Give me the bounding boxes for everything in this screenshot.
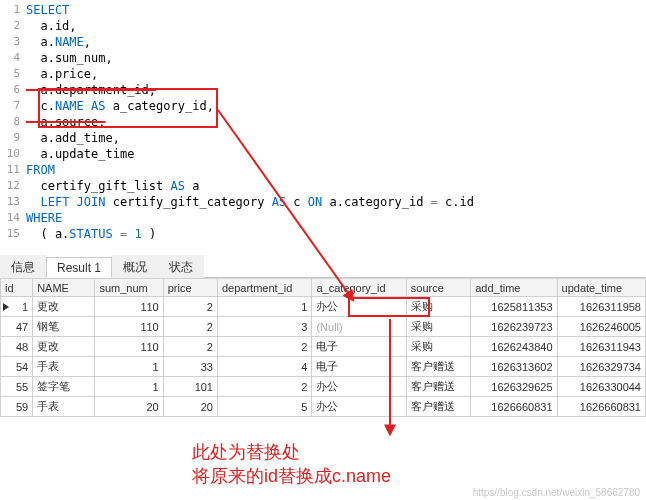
cell[interactable]: 101: [163, 377, 217, 397]
line-number: 4: [0, 50, 20, 66]
cell[interactable]: 33: [163, 357, 217, 377]
cell[interactable]: 110: [95, 337, 163, 357]
cell[interactable]: 签字笔: [33, 377, 95, 397]
table-row[interactable]: 47钢笔11023(Null)采购16262397231626246005: [1, 317, 646, 337]
cell[interactable]: 20: [95, 397, 163, 417]
cell[interactable]: 1: [95, 377, 163, 397]
cell[interactable]: 1: [1, 297, 33, 317]
cell[interactable]: 2: [217, 337, 311, 357]
code-line[interactable]: a.id,: [26, 18, 474, 34]
cell[interactable]: 1626246005: [557, 317, 645, 337]
code-line[interactable]: a.sum_num,: [26, 50, 474, 66]
cell[interactable]: 54: [1, 357, 33, 377]
cell[interactable]: 1625811353: [471, 297, 557, 317]
cell[interactable]: 1626313602: [471, 357, 557, 377]
cell[interactable]: 2: [217, 377, 311, 397]
cell[interactable]: 电子: [312, 357, 406, 377]
code-line[interactable]: WHERE: [26, 210, 474, 226]
cell[interactable]: 110: [95, 317, 163, 337]
cell[interactable]: 2: [163, 297, 217, 317]
cell[interactable]: 电子: [312, 337, 406, 357]
tab-概况[interactable]: 概况: [112, 255, 158, 278]
tab-信息[interactable]: 信息: [0, 255, 46, 278]
cell[interactable]: 110: [95, 297, 163, 317]
cell[interactable]: 47: [1, 317, 33, 337]
column-header-NAME[interactable]: NAME: [33, 279, 95, 297]
code-line[interactable]: a.update_time: [26, 146, 474, 162]
cell[interactable]: 1626329625: [471, 377, 557, 397]
line-number: 11: [0, 162, 20, 178]
cell[interactable]: (Null): [312, 317, 406, 337]
line-number: 1: [0, 2, 20, 18]
column-header-price[interactable]: price: [163, 279, 217, 297]
cell[interactable]: 采购: [406, 297, 470, 317]
column-header-add_time[interactable]: add_time: [471, 279, 557, 297]
code-line[interactable]: LEFT JOIN certify_gift_category AS c ON …: [26, 194, 474, 210]
cell[interactable]: 更改: [33, 337, 95, 357]
cell[interactable]: 1626660831: [557, 397, 645, 417]
cell[interactable]: 1626329734: [557, 357, 645, 377]
code-line[interactable]: a.NAME,: [26, 34, 474, 50]
cell[interactable]: 48: [1, 337, 33, 357]
line-number: 7: [0, 98, 20, 114]
cell[interactable]: 1626311958: [557, 297, 645, 317]
code-line[interactable]: SELECT: [26, 2, 474, 18]
cell[interactable]: 客户赠送: [406, 397, 470, 417]
cell[interactable]: 办公: [312, 377, 406, 397]
cell[interactable]: 59: [1, 397, 33, 417]
sql-code[interactable]: SELECT a.id, a.NAME, a.sum_num, a.price,…: [26, 2, 474, 242]
table-row[interactable]: 59手表20205办公客户赠送16266608311626660831: [1, 397, 646, 417]
column-header-a_category_id[interactable]: a_category_id: [312, 279, 406, 297]
line-number: 13: [0, 194, 20, 210]
column-header-sum_num[interactable]: sum_num: [95, 279, 163, 297]
tab-状态[interactable]: 状态: [158, 255, 204, 278]
cell[interactable]: 3: [217, 317, 311, 337]
cell[interactable]: 4: [217, 357, 311, 377]
cell[interactable]: 1: [217, 297, 311, 317]
cell[interactable]: 钢笔: [33, 317, 95, 337]
cell[interactable]: 手表: [33, 397, 95, 417]
code-line[interactable]: a.price,: [26, 66, 474, 82]
code-line[interactable]: a.department_id,: [26, 82, 474, 98]
annotation-line-2: 将原来的id替换成c.name: [192, 464, 391, 488]
cell[interactable]: 客户赠送: [406, 377, 470, 397]
column-header-id[interactable]: id: [1, 279, 33, 297]
cell[interactable]: 1626239723: [471, 317, 557, 337]
cell[interactable]: 采购: [406, 317, 470, 337]
cell[interactable]: 20: [163, 397, 217, 417]
tab-result-1[interactable]: Result 1: [46, 257, 112, 278]
column-header-department_id[interactable]: department_id: [217, 279, 311, 297]
code-line[interactable]: certify_gift_list AS a: [26, 178, 474, 194]
cell[interactable]: 手表: [33, 357, 95, 377]
cell[interactable]: 办公: [312, 297, 406, 317]
column-header-update_time[interactable]: update_time: [557, 279, 645, 297]
sql-editor[interactable]: 123456789101112131415 SELECT a.id, a.NAM…: [0, 0, 646, 242]
table-row[interactable]: 48更改11022电子采购16262438401626311943: [1, 337, 646, 357]
table-row[interactable]: 1更改11021办公采购16258113531626311958: [1, 297, 646, 317]
cell[interactable]: 2: [163, 337, 217, 357]
cell[interactable]: 1626311943: [557, 337, 645, 357]
cell[interactable]: 1626330044: [557, 377, 645, 397]
cell[interactable]: 55: [1, 377, 33, 397]
code-line[interactable]: ( a.STATUS = 1 ): [26, 226, 474, 242]
cell[interactable]: 2: [163, 317, 217, 337]
column-header-source[interactable]: source: [406, 279, 470, 297]
cell[interactable]: 1: [95, 357, 163, 377]
table-row[interactable]: 55签字笔11012办公客户赠送16263296251626330044: [1, 377, 646, 397]
code-line[interactable]: FROM: [26, 162, 474, 178]
cell[interactable]: 5: [217, 397, 311, 417]
line-number: 12: [0, 178, 20, 194]
result-grid[interactable]: idNAMEsum_numpricedepartment_ida_categor…: [0, 278, 646, 417]
cell[interactable]: 1626660831: [471, 397, 557, 417]
cell[interactable]: 客户赠送: [406, 357, 470, 377]
code-line[interactable]: a.add_time,: [26, 130, 474, 146]
code-line[interactable]: c.NAME AS a_category_id,: [26, 98, 474, 114]
cell[interactable]: 办公: [312, 397, 406, 417]
cell[interactable]: 更改: [33, 297, 95, 317]
table-row[interactable]: 54手表1334电子客户赠送16263136021626329734: [1, 357, 646, 377]
line-number-gutter: 123456789101112131415: [0, 2, 26, 242]
code-line[interactable]: a.source,: [26, 114, 474, 130]
line-number: 5: [0, 66, 20, 82]
cell[interactable]: 采购: [406, 337, 470, 357]
cell[interactable]: 1626243840: [471, 337, 557, 357]
